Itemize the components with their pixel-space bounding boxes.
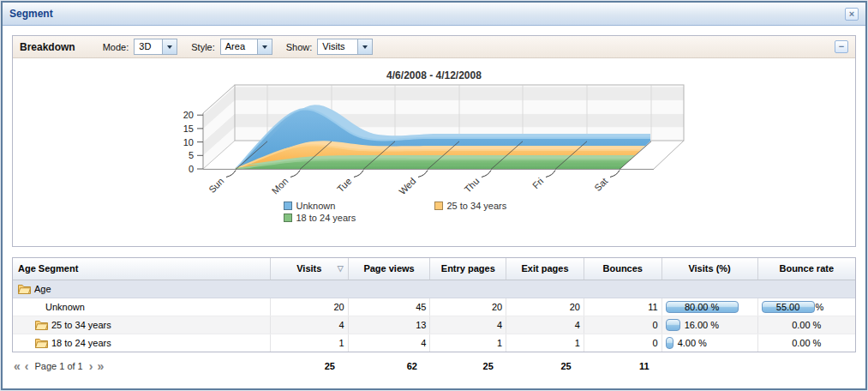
first-page-icon[interactable]: « bbox=[14, 360, 21, 372]
age-segment-grid: Age SegmentVisits▽Page viewsEntry pagesE… bbox=[12, 257, 856, 352]
legend-label: Unknown bbox=[296, 201, 336, 211]
cell-visits-pct: 16.00 % bbox=[661, 316, 757, 334]
window-title: Segment bbox=[9, 8, 53, 20]
svg-text:20: 20 bbox=[183, 110, 194, 120]
style-label: Style: bbox=[191, 42, 215, 52]
svg-text:Sat: Sat bbox=[592, 176, 609, 193]
column-header-bounce_rate[interactable]: Bounce rate bbox=[757, 258, 855, 280]
breakdown-panel: Breakdown Mode: 3D Style: Area Show: Vis… bbox=[12, 35, 856, 247]
percent-bar: 80.00 % bbox=[666, 301, 754, 313]
total-page-views: 62 bbox=[348, 358, 430, 374]
group-row-age[interactable]: Age bbox=[13, 280, 855, 298]
cell-page_views: 4 bbox=[348, 334, 430, 352]
prev-page-icon[interactable]: ‹ bbox=[25, 360, 29, 372]
table-row[interactable]: Unknown204520201180.00 %55.00% bbox=[13, 298, 855, 316]
percent-label: 4.00 % bbox=[678, 338, 707, 348]
svg-text:Fri: Fri bbox=[530, 176, 546, 191]
column-header-label[interactable]: Age Segment bbox=[13, 258, 270, 280]
percent-bar-fill bbox=[666, 319, 680, 331]
mode-value: 3D bbox=[135, 39, 162, 54]
cell-entry_pages: 4 bbox=[430, 316, 506, 334]
cell-page_views: 13 bbox=[348, 316, 430, 334]
breakdown-toolbar: Breakdown Mode: 3D Style: Area Show: Vis… bbox=[13, 36, 855, 58]
close-icon[interactable]: × bbox=[845, 8, 859, 21]
chevron-down-icon[interactable] bbox=[162, 39, 177, 54]
row-label: Unknown bbox=[45, 302, 85, 312]
total-visits: 25 bbox=[270, 358, 348, 374]
row-label: 25 to 34 years bbox=[51, 320, 111, 330]
cell-bounce-rate: 0.00 % bbox=[757, 316, 855, 334]
chart-area: 4/6/2008 - 4/12/2008 SunMonTueWedThuFriS… bbox=[13, 58, 855, 246]
svg-text:Sun: Sun bbox=[207, 176, 225, 195]
age-segment-table: Age SegmentVisits▽Page viewsEntry pagesE… bbox=[13, 258, 855, 352]
mode-select[interactable]: 3D bbox=[134, 39, 177, 55]
table-row[interactable]: 25 to 34 years41344016.00 %0.00 % bbox=[13, 316, 855, 334]
column-header-page_views[interactable]: Page views bbox=[348, 258, 430, 280]
svg-text:0: 0 bbox=[189, 164, 194, 174]
column-header-entry_pages[interactable]: Entry pages bbox=[430, 258, 506, 280]
row-label: 18 to 24 years bbox=[51, 338, 111, 348]
style-select[interactable]: Area bbox=[220, 39, 272, 55]
percent-label: 16.00 % bbox=[685, 320, 719, 330]
cell-page_views: 45 bbox=[348, 298, 430, 316]
cell-exit_pages: 1 bbox=[506, 334, 584, 352]
area-chart-3d: SunMonTueWedThuFriSat05101520 bbox=[13, 83, 857, 200]
window-titlebar: Segment × bbox=[3, 3, 865, 26]
last-page-icon[interactable]: » bbox=[97, 360, 104, 372]
collapse-panel-icon[interactable]: − bbox=[835, 40, 848, 53]
folder-icon bbox=[35, 338, 48, 348]
chevron-down-icon[interactable] bbox=[257, 39, 272, 54]
column-header-exit_pages[interactable]: Exit pages bbox=[506, 258, 584, 280]
cell-bounces: 0 bbox=[584, 316, 661, 334]
column-header-visits_pct[interactable]: Visits (%) bbox=[661, 258, 757, 280]
mode-label: Mode: bbox=[103, 42, 129, 52]
svg-text:10: 10 bbox=[183, 137, 194, 147]
svg-text:Tue: Tue bbox=[335, 176, 354, 195]
table-header-row: Age SegmentVisits▽Page viewsEntry pagesE… bbox=[13, 258, 855, 280]
cell-bounces: 11 bbox=[584, 298, 661, 316]
cell-exit_pages: 20 bbox=[506, 298, 584, 316]
percent-bar: 4.00 % bbox=[666, 337, 754, 349]
legend-label: 18 to 24 years bbox=[296, 213, 356, 223]
cell-bounce-rate: 0.00 % bbox=[757, 334, 855, 352]
show-label: Show: bbox=[286, 42, 313, 52]
legend-swatch bbox=[284, 202, 292, 210]
legend-swatch bbox=[284, 214, 292, 222]
column-header-bounces[interactable]: Bounces bbox=[584, 258, 661, 280]
sort-desc-icon: ▽ bbox=[338, 264, 344, 273]
cell-entry_pages: 1 bbox=[430, 334, 506, 352]
cell-visits: 1 bbox=[270, 334, 348, 352]
cell-exit_pages: 4 bbox=[506, 316, 584, 334]
percent-bar: 55.00% bbox=[762, 301, 852, 313]
folder-icon bbox=[18, 284, 31, 294]
svg-text:5: 5 bbox=[189, 150, 194, 160]
folder-icon bbox=[35, 320, 48, 330]
total-bounces: 11 bbox=[584, 358, 662, 374]
table-row[interactable]: 18 to 24 years141104.00 %0.00 % bbox=[13, 334, 855, 352]
percent-bar-fill bbox=[666, 337, 673, 349]
percent-suffix: % bbox=[816, 302, 824, 312]
cell-bounces: 0 bbox=[584, 334, 661, 352]
legend-label: 25 to 34 years bbox=[447, 201, 507, 211]
legend-item: Unknown bbox=[284, 201, 434, 211]
total-entry-pages: 25 bbox=[430, 358, 506, 374]
cell-bounce-rate: 55.00% bbox=[757, 298, 855, 316]
svg-text:Mon: Mon bbox=[270, 176, 290, 196]
legend-item: 18 to 24 years bbox=[284, 213, 434, 223]
show-value: Visits bbox=[318, 39, 357, 54]
next-page-icon[interactable]: › bbox=[89, 360, 93, 372]
column-header-visits[interactable]: Visits▽ bbox=[270, 258, 348, 280]
chart-title: 4/6/2008 - 4/12/2008 bbox=[13, 58, 855, 83]
cell-visits-pct: 80.00 % bbox=[661, 298, 757, 316]
window-body: Breakdown Mode: 3D Style: Area Show: Vis… bbox=[3, 27, 865, 388]
show-select[interactable]: Visits bbox=[317, 39, 373, 55]
cell-visits: 20 bbox=[270, 298, 348, 316]
totals-row: « ‹ Page 1 of 1 › » 25 62 25 25 11 bbox=[12, 358, 856, 374]
legend-item: 25 to 34 years bbox=[434, 201, 585, 211]
legend-swatch bbox=[434, 202, 443, 210]
percent-bar-fill: 55.00 bbox=[762, 301, 815, 313]
svg-text:Thu: Thu bbox=[463, 176, 482, 195]
group-label: Age bbox=[34, 284, 51, 294]
chevron-down-icon[interactable] bbox=[357, 39, 372, 54]
percent-bar: 16.00 % bbox=[666, 319, 754, 331]
